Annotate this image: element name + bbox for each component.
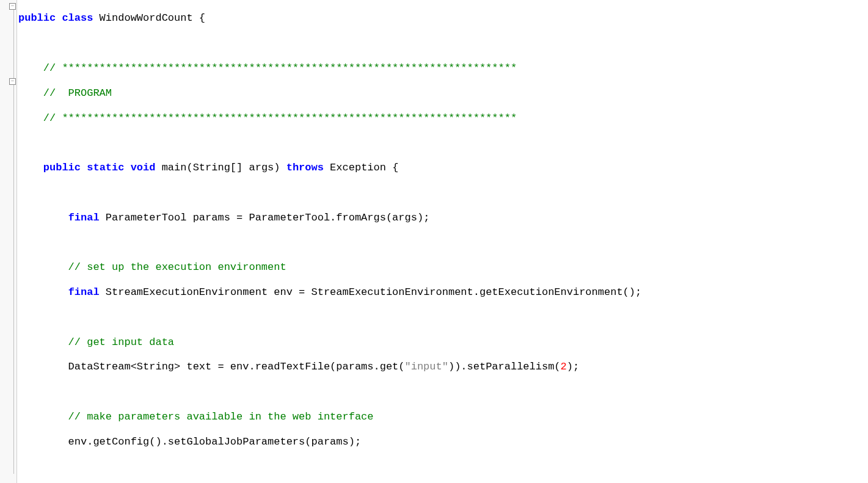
code-line: // make parameters available in the web … <box>18 411 868 423</box>
code-line: env.getConfig().setGlobalJobParameters(p… <box>18 436 868 448</box>
code-line <box>18 137 868 149</box>
code-line: // PROGRAM <box>18 87 868 100</box>
code-line: // set up the execution environment <box>18 261 868 274</box>
code-line: DataStream<String> text = env.readTextFi… <box>18 361 868 373</box>
code-line: // *************************************… <box>18 112 868 125</box>
code-line: // *************************************… <box>18 62 868 74</box>
code-line: // get input data <box>18 336 868 349</box>
gutter: − − <box>0 0 17 483</box>
fold-marker-class[interactable]: − <box>9 3 16 10</box>
code-line: final StreamExecutionEnvironment env = S… <box>18 286 868 299</box>
code-line <box>18 37 868 49</box>
code-line: final ParameterTool params = ParameterTo… <box>18 212 868 224</box>
fold-marker-method[interactable]: − <box>9 78 16 85</box>
code-line <box>18 187 868 199</box>
code-line <box>18 236 868 249</box>
code-line: public static void main(String[] args) t… <box>18 162 868 174</box>
code-line <box>18 386 868 398</box>
code-line: public class WindowWordCount { <box>18 12 868 24</box>
code-editor[interactable]: public class WindowWordCount { // ******… <box>17 0 868 483</box>
code-line <box>18 460 868 473</box>
code-line <box>18 311 868 324</box>
